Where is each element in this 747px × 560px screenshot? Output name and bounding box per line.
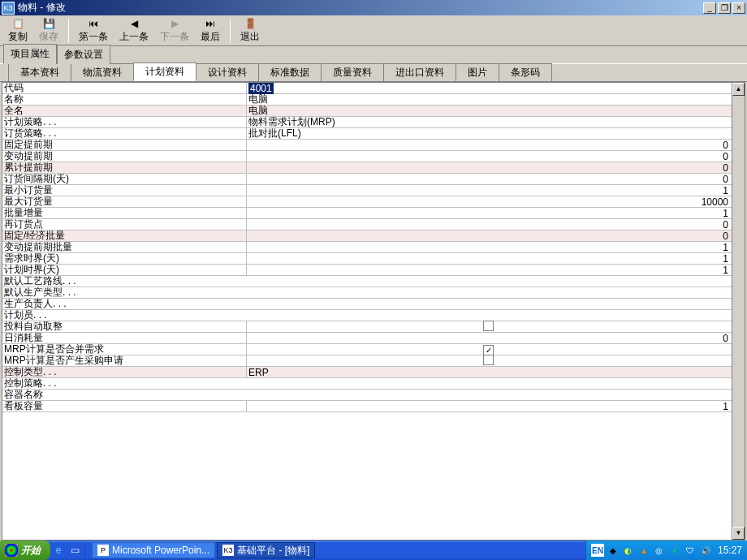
scroll-up-button[interactable]: ▲	[732, 83, 745, 96]
system-tray: EN ◆ ◐ ▲ ◎ ✓ 🛡 🔊 15:27	[585, 541, 747, 560]
copy-icon: 📋	[11, 18, 24, 29]
tray-icon-4[interactable]: ◎	[653, 544, 666, 557]
task-icon: P	[97, 545, 109, 556]
property-label: 看板容量	[2, 399, 246, 413]
separator	[230, 19, 231, 43]
next-icon: ▶	[168, 18, 181, 29]
property-value[interactable]: 0	[246, 174, 732, 185]
save-icon: 💾	[42, 18, 55, 29]
property-value[interactable]: 0	[246, 219, 732, 230]
save-button[interactable]: 💾 保存	[34, 17, 63, 45]
sub-tabs: 基本资料 物流资料 计划资料 设计资料 标准数据 质量资料 进出口资料 图片 条…	[0, 64, 747, 82]
windows-icon	[5, 544, 18, 557]
property-grid: 代码4001名称电脑全名电脑计划策略. . .物料需求计划(MRP)订货策略. …	[2, 82, 745, 541]
first-button[interactable]: ⏮ 第一条	[74, 17, 113, 45]
next-button[interactable]: ▶ 下一条	[155, 17, 194, 45]
window-title: 物料 - 修改	[18, 1, 703, 15]
toolbar: 📋 复制 💾 保存 ⏮ 第一条 ◀ 上一条 ▶ 下一条 ⏭ 最后 🚪 退出	[0, 15, 747, 46]
vertical-scrollbar[interactable]: ▲ ▼	[732, 83, 745, 540]
tray-icon-3[interactable]: ▲	[637, 544, 650, 557]
start-button[interactable]: 开始	[0, 541, 50, 560]
last-icon: ⏭	[204, 18, 217, 29]
tray-icon-7[interactable]: 🔊	[699, 544, 712, 557]
tray-icon-1[interactable]: ◆	[607, 544, 620, 557]
property-value[interactable]: 1	[246, 185, 732, 196]
subtab-barcode[interactable]: 条形码	[499, 63, 552, 81]
property-value[interactable]: 1	[246, 401, 732, 412]
subtab-image[interactable]: 图片	[456, 63, 499, 81]
tab-params[interactable]: 参数设置	[57, 45, 110, 64]
quicklaunch-desktop[interactable]: ▭	[67, 543, 82, 558]
subtab-importexport[interactable]: 进出口资料	[383, 63, 456, 81]
quicklaunch-ie[interactable]: e	[51, 543, 66, 558]
property-value[interactable]: 10000	[246, 196, 732, 208]
exit-icon: 🚪	[244, 18, 257, 29]
property-value[interactable]: ERP	[246, 367, 732, 378]
prev-button[interactable]: ◀ 上一条	[114, 17, 153, 45]
property-value[interactable]: 1	[246, 242, 732, 253]
last-button[interactable]: ⏭ 最后	[196, 17, 225, 45]
property-value[interactable]	[246, 321, 732, 334]
property-value[interactable]: 批对批(LFL)	[246, 127, 732, 140]
task-icon: K3	[222, 545, 234, 556]
exit-button[interactable]: 🚪 退出	[235, 17, 265, 45]
first-icon: ⏮	[87, 18, 100, 29]
property-value[interactable]: ✓	[246, 344, 732, 355]
property-value[interactable]: 1	[246, 253, 732, 265]
subtab-logistics[interactable]: 物流资料	[71, 63, 134, 81]
property-value[interactable]: 1	[246, 208, 732, 219]
subtab-design[interactable]: 设计资料	[196, 63, 259, 81]
titlebar: K3 物料 - 修改 _ ❐ ×	[0, 0, 747, 15]
property-row[interactable]: 看板容量1	[2, 401, 732, 412]
property-value[interactable]: 0	[246, 333, 732, 344]
property-value[interactable]: 0	[246, 151, 732, 162]
taskbar-task[interactable]: PMicrosoft PowerPoin...	[92, 542, 215, 558]
separator	[68, 19, 69, 43]
property-value[interactable]: 0	[246, 230, 732, 242]
restore-button[interactable]: ❐	[718, 2, 731, 14]
property-value[interactable]: 0	[246, 140, 732, 151]
minimize-button[interactable]: _	[703, 2, 716, 14]
close-button[interactable]: ×	[732, 2, 745, 14]
tray-icon-2[interactable]: ◐	[622, 544, 635, 557]
property-value[interactable]: 0	[246, 162, 732, 174]
taskbar: 开始 e ▭ PMicrosoft PowerPoin...K3基础平台 - […	[0, 541, 747, 560]
app-icon: K3	[2, 2, 15, 15]
prev-icon: ◀	[127, 18, 140, 29]
tray-icon-6[interactable]: 🛡	[684, 544, 697, 557]
subtab-standard[interactable]: 标准数据	[258, 63, 322, 81]
clock[interactable]: 15:27	[718, 545, 742, 556]
main-tabs: 项目属性 参数设置	[0, 46, 747, 64]
subtab-quality[interactable]: 质量资料	[321, 63, 384, 81]
tab-project[interactable]: 项目属性	[3, 44, 57, 64]
tray-icon-5[interactable]: ✓	[668, 544, 681, 557]
ime-indicator[interactable]: EN	[591, 544, 604, 557]
taskbar-task[interactable]: K3基础平台 - [物料]	[217, 542, 315, 558]
checkbox[interactable]	[483, 355, 494, 365]
property-value[interactable]	[246, 355, 732, 368]
copy-button[interactable]: 📋 复制	[3, 17, 32, 45]
subtab-basic[interactable]: 基本资料	[8, 63, 71, 81]
subtab-plan[interactable]: 计划资料	[133, 62, 196, 81]
scroll-down-button[interactable]: ▼	[732, 527, 745, 540]
checkbox[interactable]	[483, 321, 494, 331]
property-value[interactable]: 1	[246, 265, 732, 276]
